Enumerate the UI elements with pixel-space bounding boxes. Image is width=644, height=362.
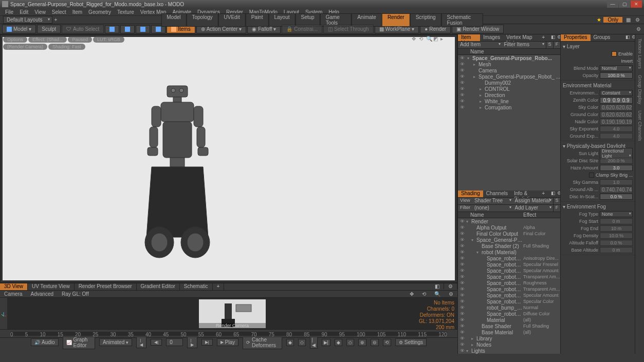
menu-texture[interactable]: Texture (114, 9, 137, 15)
filter-s[interactable]: S (546, 42, 553, 48)
sculpt-button[interactable]: Sculpt (37, 25, 61, 33)
settings-icon[interactable]: ⚙ (634, 16, 641, 24)
workspace-scripting[interactable]: Scripting (410, 13, 441, 27)
sel-cube3[interactable] (136, 25, 150, 33)
shading-row[interactable]: 👁Material(all) (458, 317, 560, 323)
menu-select[interactable]: Select (49, 9, 69, 15)
sel-cube2[interactable] (120, 25, 135, 33)
blend-mode-dropdown[interactable]: Normal (600, 65, 633, 71)
tab-shading[interactable]: Shading (458, 190, 483, 197)
haze-field[interactable]: 3.0 (600, 165, 633, 171)
invert-label[interactable]: Invert (621, 59, 633, 64)
viewtab-2[interactable]: Render Preset Browser (75, 283, 137, 290)
key-icon9[interactable]: ⟲ (383, 339, 391, 346)
filter-none-dropdown[interactable]: (none) (472, 205, 513, 212)
key-icon7[interactable]: ⊕ (358, 339, 366, 346)
cambar-icon1[interactable]: ✥ (410, 291, 414, 297)
add-layer-dropdown[interactable]: Add Layer (513, 205, 554, 212)
shading-row[interactable]: 👁▾Lights (458, 348, 560, 354)
menu-edit[interactable]: Edit (16, 9, 31, 15)
vt-icon1[interactable]: ◧ (431, 283, 444, 289)
workspace-uvedit[interactable]: UVEdit (218, 13, 246, 27)
shading-row[interactable]: 👁Space_robot_Spec...Specular Amount (458, 292, 560, 298)
viewtab-1[interactable]: UV Texture View (28, 283, 75, 290)
constrain-button[interactable]: 🔒 Constrai... (282, 25, 322, 33)
env-type-dropdown[interactable]: Constant (600, 90, 633, 96)
vp-pill-3[interactable]: LUT: sRGB (93, 36, 124, 43)
add-workspace-icon[interactable]: + (54, 17, 58, 23)
vt-icon2[interactable]: ⚙ (444, 283, 457, 289)
vp-pill-1[interactable]: Effect: (Shad... (28, 36, 67, 43)
shader-tree-dropdown[interactable]: Shader Tree (472, 198, 513, 204)
item-row[interactable]: 👁Dummy002 (458, 80, 560, 86)
opacity-field[interactable]: 100.0 % (600, 72, 633, 79)
camera-thumbnail[interactable]: Render Camera (199, 299, 266, 328)
tab-item-list[interactable]: Item List (458, 34, 480, 41)
item-tree[interactable]: Name 👁▾Space_General-Purpose_Robo...👁▸Me… (458, 49, 560, 190)
settings-button[interactable]: ⚙ Settings (395, 338, 427, 346)
vtab-user-channels[interactable]: User Channels (637, 108, 643, 143)
key-icon8[interactable]: ⊖ (371, 339, 379, 346)
star-icon[interactable]: ★ (597, 17, 601, 23)
vtab-group-display[interactable]: Group Display (637, 73, 643, 106)
vp-pill-5[interactable]: Shading: Fast (48, 44, 85, 50)
menu-view[interactable]: View (31, 9, 49, 15)
shading-row[interactable]: 👁Space_robot_Spec...Specular Color (458, 298, 560, 304)
close-button[interactable]: ✕ (631, 1, 642, 8)
enable-checkbox[interactable] (612, 51, 617, 56)
filter-items-dropdown[interactable]: Filter Items (502, 42, 546, 48)
item-row[interactable]: 👁▸Direction (458, 92, 560, 98)
toolbar-settings-icon[interactable]: ⚙ (635, 26, 642, 33)
shading-row[interactable]: 👁Alpha OutputAlpha (458, 224, 560, 231)
item-row[interactable]: 👁▾Space_General-Purpose_Robo... (458, 55, 560, 61)
key-icon1[interactable]: ◆ (286, 339, 294, 346)
key-next[interactable]: ▶| (322, 339, 330, 346)
key-icon5[interactable]: ◆ (335, 339, 342, 346)
camera-dropdown[interactable]: Camera (4, 291, 23, 297)
panel-icon5[interactable]: ◧ (622, 34, 629, 41)
filter-f[interactable]: F (553, 42, 560, 48)
panel-icon2[interactable]: ⚙ (554, 34, 560, 41)
tab-vertex-map[interactable]: Vertex Map List (503, 34, 539, 41)
fogtype-dropdown[interactable]: None (600, 211, 633, 217)
skip-start-button[interactable]: |◀ (136, 337, 146, 348)
vp-zoom-icon[interactable]: 🔍 (426, 36, 432, 42)
vp-persp-icon[interactable]: ◩ (433, 36, 439, 42)
minimize-button[interactable]: — (607, 1, 618, 8)
vp-rotate-icon[interactable]: ⟲ (419, 36, 425, 42)
tab-images[interactable]: Images (480, 34, 503, 41)
item-row[interactable]: 👁▸Mesh (458, 61, 560, 67)
layout-selector[interactable]: Default Layouts (3, 16, 52, 24)
shading-row[interactable]: 👁Base ShaderFull Shading (458, 323, 560, 329)
panel-icon[interactable]: ◧ (548, 34, 554, 41)
vtab-texture-layers[interactable]: Texture Layers (637, 36, 643, 71)
cambar-icon4[interactable]: ⚙ (449, 291, 453, 297)
tab-info-stats[interactable]: Info & Statistics (511, 190, 539, 197)
step-fwd-button[interactable]: |▶ (187, 337, 197, 348)
tab-add-icon2[interactable]: + (539, 190, 548, 197)
workspace-render[interactable]: Render (382, 13, 410, 27)
auto-select-button[interactable]: 🛡 Auto Select (62, 25, 104, 33)
only-badge[interactable]: Only (603, 17, 622, 23)
shading-row[interactable]: 👁Space_robot_Anis ...Anisotropy Dire... (458, 255, 560, 261)
shading-row[interactable]: 👁Base Material(all) (458, 329, 560, 335)
shading-f[interactable]: F (553, 205, 560, 212)
key-icon6[interactable]: ◇ (346, 339, 354, 346)
item-row[interactable]: 👁▸Corrugation (458, 104, 560, 110)
menu-geometry[interactable]: Geometry (85, 9, 114, 15)
panel-icon3[interactable]: ◧ (548, 190, 554, 197)
cambar-icon3[interactable]: 🔍 (434, 291, 440, 297)
vp-expand-icon[interactable]: ▸ (440, 36, 447, 42)
workspace-schematic fusion[interactable]: Schematic Fusion (441, 13, 483, 27)
shading-row[interactable]: 👁▸Nodes (458, 341, 560, 348)
panel-icon6[interactable]: ⚙ (629, 34, 635, 41)
viewport[interactable]: OptionsEffect: (Shad...PausedLUT: sRGB(R… (0, 34, 457, 283)
cache-deformers-button[interactable]: ⟳ Cache Deformers (243, 336, 282, 349)
shading-s[interactable]: S (553, 198, 560, 204)
animated-dropdown[interactable]: Animated ▾ (99, 338, 132, 346)
vp-pill-4[interactable]: (Render Camera) (3, 44, 47, 50)
shading-row[interactable]: 👁Space_robot_Refr...Transparent Am... (458, 286, 560, 292)
timeline[interactable]: 0510152025303540455055606570758085909510… (0, 329, 457, 337)
frame-field[interactable]: 0 (166, 338, 182, 346)
item-row[interactable]: 👁▸White_line (458, 98, 560, 104)
